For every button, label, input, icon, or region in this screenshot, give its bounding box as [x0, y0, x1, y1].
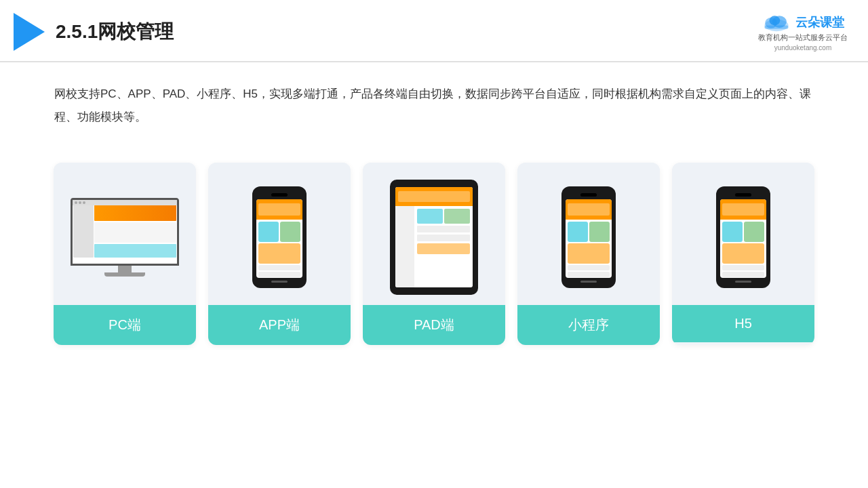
logo-triangle-icon — [14, 13, 45, 51]
card-pad: PAD端 — [363, 163, 505, 345]
phone-mockup-mini — [561, 186, 616, 288]
phone-home-h5 — [735, 281, 751, 283]
phone-mockup-h5 — [716, 186, 770, 288]
phone-body-mini — [561, 186, 616, 288]
card-pad-label: PAD端 — [363, 305, 505, 345]
header: 2.5.1网校管理 云朵课堂 教育机构一站式服务云平台 yunduoketang… — [0, 0, 868, 62]
phone-home — [271, 281, 288, 283]
card-app-label: APP端 — [208, 305, 351, 345]
phone-notch-h5 — [735, 193, 751, 197]
phone-body-h5 — [716, 186, 770, 288]
card-pc: PC端 — [54, 163, 196, 345]
card-miniprogram: 小程序 — [517, 163, 660, 345]
brand-name: 云朵课堂 — [795, 14, 844, 30]
header-right: 云朵课堂 教育机构一站式服务云平台 yunduoketang.com — [758, 12, 848, 52]
platform-cards: PC端 — [0, 142, 868, 365]
phone-notch-mini — [580, 193, 597, 197]
pc-neck — [118, 266, 132, 272]
phone-notch — [271, 193, 288, 197]
svg-rect-4 — [764, 25, 788, 28]
card-miniprogram-image — [517, 163, 660, 305]
tablet-mockup — [390, 180, 478, 295]
card-pc-label: PC端 — [54, 305, 196, 345]
phone-screen-h5 — [720, 199, 766, 277]
tablet-body — [390, 180, 478, 295]
phone-mockup-app — [252, 186, 307, 288]
header-left: 2.5.1网校管理 — [14, 13, 174, 51]
phone-body — [252, 186, 307, 288]
phone-screen-mini — [566, 199, 612, 277]
pc-screen — [71, 198, 179, 266]
card-h5-image — [672, 163, 814, 305]
description-text: 网校支持PC、APP、PAD、小程序、H5，实现多端打通，产品各终端自由切换，数… — [0, 62, 868, 136]
pc-mockup — [71, 198, 179, 277]
card-app-image — [208, 163, 351, 305]
card-h5-label: H5 — [672, 305, 814, 342]
card-miniprogram-label: 小程序 — [517, 305, 660, 345]
card-pc-image — [54, 163, 196, 305]
tablet-screen — [395, 187, 473, 287]
phone-screen — [256, 199, 302, 277]
card-app: APP端 — [208, 163, 351, 345]
brand-url: yunduoketang.com — [774, 44, 832, 52]
card-h5: H5 — [672, 163, 814, 345]
svg-point-3 — [769, 16, 780, 25]
cloud-icon — [762, 12, 791, 33]
page-title: 2.5.1网校管理 — [56, 19, 174, 45]
pc-base — [104, 272, 145, 277]
brand-logo: 云朵课堂 — [762, 12, 844, 33]
phone-home-mini — [580, 281, 597, 283]
brand-subtitle: 教育机构一站式服务云平台 — [758, 33, 848, 43]
card-pad-image — [363, 163, 505, 305]
